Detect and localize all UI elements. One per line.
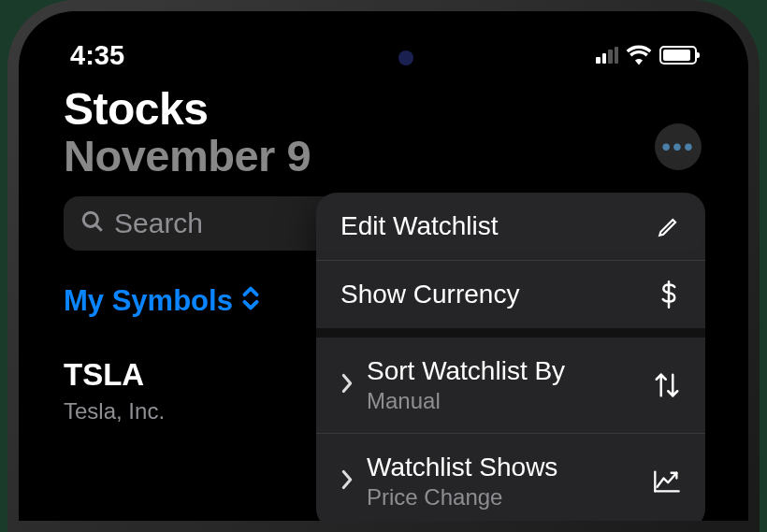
chevron-right-icon (340, 373, 354, 397)
status-time: 4:35 (70, 40, 124, 71)
pencil-icon (657, 214, 681, 238)
chart-line-icon (653, 469, 681, 494)
menu-label: Watchlist Shows (367, 453, 557, 482)
svg-point-0 (83, 212, 97, 226)
ellipsis-icon: ••• (661, 134, 694, 160)
phone-frame: 4:35 Stocks November 9 (7, 0, 760, 532)
menu-label: Edit Watchlist (340, 211, 499, 241)
battery-icon (659, 46, 697, 65)
context-menu: Edit Watchlist Show Currency (316, 193, 705, 521)
app-title: Stocks (64, 86, 703, 133)
sort-arrows-icon (653, 371, 681, 399)
dollar-icon (657, 280, 681, 309)
chevron-right-icon (340, 469, 354, 494)
chevron-up-down-icon (240, 284, 261, 318)
menu-label: Show Currency (340, 280, 519, 309)
phone-screen: 4:35 Stocks November 9 (19, 11, 748, 521)
svg-line-1 (96, 225, 102, 231)
status-indicators (596, 45, 697, 65)
dynamic-island (290, 34, 477, 82)
cellular-signal-icon (596, 47, 618, 64)
search-icon (80, 209, 105, 237)
menu-label: Sort Watchlist By (367, 356, 565, 386)
wifi-icon (626, 45, 652, 65)
watchlist-name: My Symbols (64, 284, 233, 318)
menu-item-watchlist-shows[interactable]: Watchlist Shows Price Change (316, 434, 705, 521)
more-options-button[interactable]: ••• (655, 123, 702, 170)
search-placeholder: Search (114, 208, 203, 239)
menu-sublabel: Price Change (367, 484, 557, 510)
header-date: November 9 (64, 133, 703, 179)
camera-dot (398, 50, 413, 65)
menu-item-show-currency[interactable]: Show Currency (316, 261, 705, 338)
menu-sublabel: Manual (367, 388, 565, 414)
menu-item-sort-watchlist[interactable]: Sort Watchlist By Manual (316, 338, 705, 434)
menu-item-edit-watchlist[interactable]: Edit Watchlist (316, 193, 705, 261)
